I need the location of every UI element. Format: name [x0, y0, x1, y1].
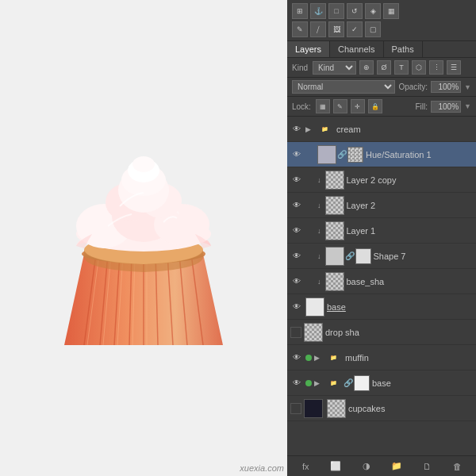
layer-item-hue-sat[interactable]: 👁 🔗 Hue/Saturation 1 [287, 142, 476, 167]
layer-thumb-shape7 [325, 247, 344, 266]
lock-label: Lock: [292, 102, 311, 111]
table-icon[interactable]: ▦ [383, 3, 399, 19]
tab-layers[interactable]: Layers [287, 41, 330, 57]
layer-item-cream[interactable]: 👁 ▶ 📁 cream [287, 117, 476, 142]
pencil-icon[interactable]: ✎ [292, 21, 308, 37]
fx-button[interactable]: fx [298, 459, 313, 474]
rect-icon[interactable]: ▢ [365, 21, 381, 37]
refresh-icon[interactable]: ↺ [347, 3, 363, 19]
layer-item-base-group[interactable]: 👁 ▶ 📁 🔗 base [287, 370, 476, 396]
layer-name-base-group: base [372, 378, 473, 388]
layer-name-cupcakes: cupcakes [348, 404, 473, 413]
opacity-input[interactable] [431, 81, 461, 93]
visibility-icon-layer1[interactable]: 👁 [290, 225, 303, 237]
visibility-icon-hue-sat[interactable]: 👁 [290, 148, 303, 161]
layer-item-layer2copy[interactable]: 👁 ↓ Layer 2 copy [287, 167, 476, 193]
kind-icon-1[interactable]: ⊕ [359, 60, 374, 75]
fill-input[interactable] [431, 101, 461, 113]
layer-item-basesha[interactable]: 👁 ↓ base_sha [287, 269, 476, 294]
layers-panel: ⊞ ⚓ □ ↺ ◈ ▦ ✎ ⧸ 🖼 ✓ ▢ Layers Channels Pa… [287, 0, 476, 476]
link-icon-hue-sat: 🔗 [339, 150, 345, 159]
layer-name-dropsha: drop sha [325, 328, 473, 337]
mask-button[interactable]: ⬜ [328, 459, 344, 474]
layer-item-layer2[interactable]: 👁 ↓ Layer 2 [287, 193, 476, 218]
mask-thumb-hue-sat [347, 147, 363, 163]
image-icon[interactable]: 🖼 [328, 21, 344, 37]
visibility-icon-base[interactable]: 👁 [290, 301, 303, 313]
watermark: xuexia.com [240, 463, 284, 473]
lock-all-icon[interactable]: 🔒 [368, 99, 382, 113]
layer-item-muffin[interactable]: 👁 ▶ 📁 muffin [287, 345, 476, 370]
visibility-icon-cupcakes[interactable] [290, 403, 301, 414]
layer-item-shape7[interactable]: 👁 ↓ 🔗 Shape 7 [287, 244, 476, 269]
layer-thumb-layer2 [325, 196, 344, 215]
layer-name-base: base [327, 302, 473, 312]
mask-thumb-cupcakes [327, 399, 346, 418]
kind-icon-6[interactable]: ☰ [447, 60, 461, 75]
panel-tabs: Layers Channels Paths [287, 41, 476, 58]
opacity-label: Opacity: [398, 83, 428, 91]
tab-paths[interactable]: Paths [384, 41, 423, 57]
visibility-icon-layer2[interactable]: 👁 [290, 199, 303, 212]
layer-thumb-layer2copy [325, 171, 344, 190]
layer-thumb-base-group: 📁 [324, 374, 343, 393]
visibility-icon-cream[interactable]: 👁 [290, 123, 303, 136]
kind-icon-5[interactable]: ⋮ [429, 60, 443, 75]
visibility-icon-dropsha[interactable] [290, 327, 301, 338]
toolbar-row-2: ✎ ⧸ 🖼 ✓ ▢ [292, 21, 471, 37]
layer-name-cream: cream [336, 125, 473, 134]
kind-icon-4[interactable]: ⬡ [412, 60, 426, 75]
svg-point-25 [132, 156, 155, 172]
visibility-icon-muffin[interactable]: 👁 [290, 351, 303, 364]
new-layer-button[interactable]: 🗋 [419, 459, 435, 474]
layer-item-base[interactable]: 👁 base [287, 294, 476, 320]
layer-name-basesha: base_sha [347, 277, 474, 286]
layer-thumb-layer1 [325, 221, 344, 240]
link-icon-shape7: 🔗 [347, 251, 353, 260]
grid-icon[interactable]: ⊞ [292, 3, 308, 19]
kind-select[interactable]: Kind [313, 61, 356, 75]
lock-fill-row: Lock: ▦ ✎ ✛ 🔒 Fill: ▼ [287, 97, 476, 117]
bottom-toolbar: fx ⬜ ◑ 📁 🗋 🗑 [287, 455, 476, 476]
toolbar-row-1: ⊞ ⚓ □ ↺ ◈ ▦ [292, 3, 471, 19]
layer-item-dropsha[interactable]: drop sha [287, 320, 476, 345]
green-dot-muffin [305, 355, 312, 361]
group-arrow-base-group: ▶ [314, 379, 320, 387]
adjust-button[interactable]: ◑ [359, 459, 374, 474]
lock-paint-icon[interactable]: ✎ [333, 99, 347, 113]
layer-thumb-hue-sat [317, 145, 336, 164]
top-toolbar: ⊞ ⚓ □ ↺ ◈ ▦ ✎ ⧸ 🖼 ✓ ▢ [287, 0, 476, 41]
group-arrow-cream: ▶ [305, 125, 311, 133]
visibility-icon-base-group[interactable]: 👁 [290, 377, 303, 390]
layer-name-hue-sat: Hue/Saturation 1 [366, 150, 473, 159]
kind-row: Kind Kind ⊕ Ø T ⬡ ⋮ ☰ [287, 58, 476, 78]
layer-thumb-cream: 📁 [315, 120, 334, 139]
fill-label: Fill: [416, 102, 428, 111]
layer-thumb-cupcakes [304, 399, 323, 418]
group-button[interactable]: 📁 [389, 459, 405, 474]
slash-icon[interactable]: ⧸ [310, 21, 326, 37]
blend-mode-select[interactable]: Normal Multiply Screen [292, 80, 395, 94]
tab-channels[interactable]: Channels [330, 41, 383, 57]
kind-icon-2[interactable]: Ø [377, 60, 391, 75]
anchor-icon[interactable]: ⚓ [310, 3, 326, 19]
layer-thumb-base [305, 298, 324, 317]
visibility-icon-shape7[interactable]: 👁 [290, 250, 303, 263]
lock-transparent-icon[interactable]: ▦ [316, 99, 330, 113]
canvas-area: xuexia.com [0, 0, 287, 476]
layers-list: 👁 ▶ 📁 cream 👁 🔗 Hue/Saturation 1 👁 ↓ Lay… [287, 117, 476, 455]
visibility-icon-basesha[interactable]: 👁 [290, 275, 303, 288]
lock-position-icon[interactable]: ✛ [351, 99, 365, 113]
wifi-icon[interactable]: ◈ [365, 3, 381, 19]
square-icon[interactable]: □ [328, 3, 344, 19]
layer-name-shape7: Shape 7 [374, 251, 474, 261]
layer-item-layer1[interactable]: 👁 ↓ Layer 1 [287, 218, 476, 244]
trash-button[interactable]: 🗑 [450, 459, 466, 474]
check-icon[interactable]: ✓ [347, 21, 363, 37]
layer-name-layer2: Layer 2 [347, 201, 474, 210]
kind-label: Kind [292, 63, 308, 72]
layer-item-cupcakes[interactable]: cupcakes [287, 396, 476, 421]
kind-icon-3[interactable]: T [394, 60, 409, 75]
visibility-icon-layer2copy[interactable]: 👁 [290, 174, 303, 186]
fx-icon-layer1: ↓ [317, 227, 321, 235]
